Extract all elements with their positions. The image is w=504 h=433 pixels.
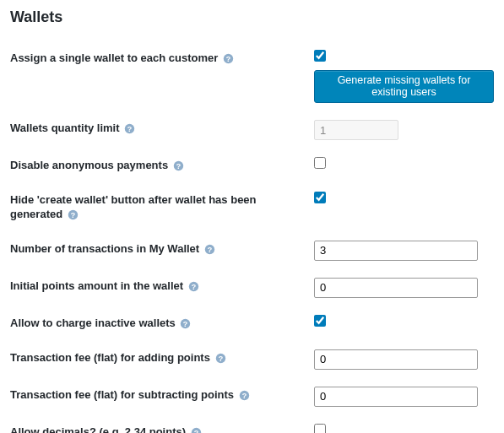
- generate-wallets-button[interactable]: Generate missing wallets for existing us…: [314, 70, 494, 103]
- help-icon[interactable]: ?: [204, 244, 215, 255]
- label-allow-decimals: Allow decimals? (e.g. 2.34 points) ?: [10, 415, 314, 433]
- svg-text:?: ?: [241, 391, 246, 399]
- help-icon[interactable]: ?: [215, 353, 226, 364]
- settings-table: Assign a single wallet to each customer …: [10, 41, 494, 433]
- charge-inactive-checkbox[interactable]: [314, 315, 326, 327]
- svg-text:?: ?: [218, 354, 222, 362]
- label-quantity-limit: Wallets quantity limit ?: [10, 111, 314, 149]
- num-transactions-input[interactable]: [314, 241, 478, 261]
- help-icon[interactable]: ?: [173, 160, 184, 171]
- section-heading: Wallets: [10, 8, 494, 26]
- assign-single-checkbox[interactable]: [314, 50, 326, 62]
- help-icon[interactable]: ?: [68, 209, 79, 220]
- svg-text:?: ?: [71, 211, 75, 219]
- help-icon[interactable]: ?: [124, 123, 135, 134]
- fee-add-input[interactable]: [314, 349, 478, 370]
- svg-text:?: ?: [176, 162, 181, 170]
- svg-text:?: ?: [183, 319, 187, 327]
- label-initial-points: Initial points amount in the wallet ?: [10, 269, 314, 306]
- fee-sub-input[interactable]: [314, 387, 478, 407]
- label-fee-add: Transaction fee (flat) for adding points…: [10, 341, 314, 378]
- label-assign-single: Assign a single wallet to each customer …: [10, 41, 314, 111]
- svg-text:?: ?: [193, 428, 198, 433]
- help-icon[interactable]: ?: [191, 427, 202, 433]
- hide-create-checkbox[interactable]: [314, 192, 326, 203]
- allow-decimals-checkbox[interactable]: [314, 424, 326, 433]
- initial-points-input[interactable]: [314, 278, 478, 298]
- help-icon[interactable]: ?: [188, 281, 199, 292]
- svg-text:?: ?: [208, 245, 212, 253]
- svg-text:?: ?: [226, 55, 230, 63]
- help-icon[interactable]: ?: [180, 318, 191, 329]
- disable-anon-checkbox[interactable]: [314, 157, 326, 169]
- label-num-transactions: Number of transactions in My Wallet ?: [10, 232, 314, 269]
- label-disable-anon: Disable anonymous payments ?: [10, 149, 314, 183]
- quantity-limit-input[interactable]: [314, 120, 398, 140]
- help-icon[interactable]: ?: [223, 53, 234, 64]
- label-hide-create: Hide 'create wallet' button after wallet…: [10, 183, 314, 232]
- svg-text:?: ?: [127, 125, 132, 133]
- label-fee-sub: Transaction fee (flat) for subtracting p…: [10, 378, 314, 415]
- help-icon[interactable]: ?: [239, 390, 250, 401]
- svg-text:?: ?: [192, 282, 196, 290]
- label-charge-inactive: Allow to charge inactive wallets ?: [10, 306, 314, 341]
